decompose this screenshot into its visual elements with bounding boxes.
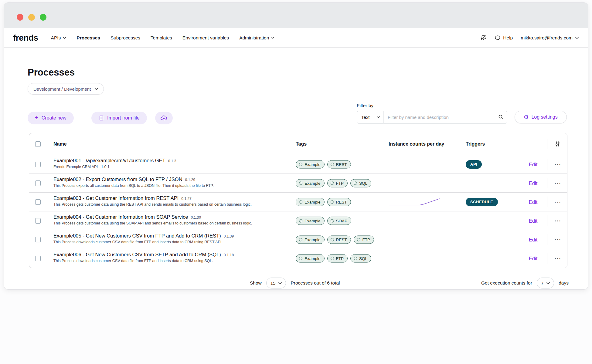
minimize-window-button[interactable] bbox=[28, 14, 35, 21]
row-checkbox[interactable] bbox=[35, 162, 41, 167]
tag-circle-icon bbox=[331, 163, 334, 166]
tags-cell: Example REST bbox=[296, 198, 351, 206]
create-new-label: Create new bbox=[42, 115, 66, 121]
page-size-select[interactable]: 15 bbox=[266, 278, 286, 288]
processes-table: Name Tags Instance counts per day Trigge… bbox=[29, 133, 567, 268]
tag-label: Example bbox=[305, 181, 321, 185]
header-tags: Tags bbox=[296, 141, 307, 147]
process-name[interactable]: Example001 - /api/examplecrm/v1/customer… bbox=[53, 158, 165, 163]
table-row: Example003 - Get Customer Information fr… bbox=[29, 193, 567, 211]
nav-item-subprocesses[interactable]: Subprocesses bbox=[111, 35, 140, 41]
process-name[interactable]: Example002 - Export Customers from SQL t… bbox=[53, 177, 182, 182]
tag-circle-icon bbox=[299, 181, 302, 185]
edit-button[interactable]: Edit bbox=[519, 180, 547, 186]
chevron-down-icon bbox=[63, 37, 66, 39]
row-checkbox[interactable] bbox=[35, 180, 41, 186]
trigger-pill[interactable]: API bbox=[466, 160, 482, 169]
edit-button[interactable]: Edit bbox=[519, 237, 547, 242]
select-all-checkbox[interactable] bbox=[35, 141, 41, 147]
filter-type-select[interactable]: Text bbox=[357, 111, 383, 123]
tag-pill: REST bbox=[327, 160, 351, 168]
log-settings-label: Log settings bbox=[531, 114, 557, 120]
execution-counts-label: Get execution counts for bbox=[481, 280, 532, 286]
frends-logo[interactable]: frends bbox=[13, 33, 38, 43]
more-actions-button[interactable]: ⋯ bbox=[547, 236, 567, 243]
row-checkbox[interactable] bbox=[35, 237, 41, 242]
chevron-down-icon bbox=[546, 282, 550, 284]
row-checkbox[interactable] bbox=[35, 256, 41, 261]
row-checkbox[interactable] bbox=[35, 199, 41, 205]
process-version: 0.1.30 bbox=[191, 215, 201, 220]
process-name-cell: Example004 - Get Customer Information fr… bbox=[53, 214, 290, 225]
table-row: Example002 - Export Customers from SQL t… bbox=[29, 174, 567, 193]
window-titlebar bbox=[4, 3, 588, 28]
more-actions-button[interactable]: ⋯ bbox=[547, 255, 567, 262]
table-row: Example006 - Get New Customers CSV from … bbox=[29, 249, 567, 268]
nav-item-apis[interactable]: APIs bbox=[51, 35, 66, 41]
filter-search-input[interactable] bbox=[383, 111, 507, 123]
process-description: This Process gets customer data using th… bbox=[53, 221, 290, 225]
nav-item-administration[interactable]: Administration bbox=[239, 35, 274, 41]
triggers-cell: SCHEDULE bbox=[466, 198, 498, 206]
total-count-label: Processes out of 6 total bbox=[291, 280, 340, 286]
execution-counts-controls: Get execution counts for 7 days bbox=[481, 277, 569, 289]
process-name[interactable]: Example005 - Get New Customers CSV from … bbox=[53, 233, 221, 239]
process-name[interactable]: Example004 - Get Customer Information fr… bbox=[53, 214, 188, 220]
filter-input-wrap bbox=[383, 111, 507, 123]
create-new-button[interactable]: + Create new bbox=[28, 112, 74, 124]
process-name[interactable]: Example003 - Get Customer Information fr… bbox=[53, 195, 179, 201]
tag-circle-icon bbox=[331, 238, 334, 241]
user-menu[interactable]: mikko.sairo@frends.com bbox=[521, 35, 579, 41]
edit-button[interactable]: Edit bbox=[519, 256, 547, 261]
execution-days-select[interactable]: 7 bbox=[537, 278, 554, 288]
edit-button[interactable]: Edit bbox=[519, 199, 547, 205]
tags-cell: Example FTP SQL bbox=[296, 179, 371, 187]
process-name-cell: Example001 - /api/examplecrm/v1/customer… bbox=[53, 158, 290, 169]
column-settings-icon[interactable] bbox=[547, 133, 567, 155]
search-icon[interactable] bbox=[498, 114, 504, 120]
nav-item-processes[interactable]: Processes bbox=[77, 35, 100, 41]
nav-item-environment-variables[interactable]: Environment variables bbox=[182, 35, 229, 41]
edit-button[interactable]: Edit bbox=[519, 218, 547, 224]
nav-item-templates[interactable]: Templates bbox=[151, 35, 172, 41]
process-version: 0.1.29 bbox=[185, 178, 195, 182]
more-actions-button[interactable]: ⋯ bbox=[547, 217, 567, 224]
edit-button[interactable]: Edit bbox=[519, 161, 547, 167]
close-window-button[interactable] bbox=[17, 14, 23, 21]
tag-label: REST bbox=[336, 162, 347, 167]
gear-icon: ⚙ bbox=[524, 114, 529, 120]
process-name-cell: Example003 - Get Customer Information fr… bbox=[53, 195, 290, 207]
trigger-pill[interactable]: SCHEDULE bbox=[466, 198, 498, 206]
tag-circle-icon bbox=[299, 200, 302, 204]
cloud-import-button[interactable] bbox=[155, 112, 173, 124]
tags-cell: Example SOAP bbox=[296, 217, 351, 225]
process-description: This Process downloads customer CSV data… bbox=[53, 240, 290, 244]
process-name-cell: Example005 - Get New Customers CSV from … bbox=[53, 233, 290, 244]
process-description: This Process exports all customer data f… bbox=[53, 184, 290, 188]
tag-label: SQL bbox=[359, 256, 367, 261]
tag-circle-icon bbox=[331, 257, 334, 260]
page-size-value: 15 bbox=[270, 281, 276, 286]
nav-items: APIs Processes Subprocesses Templates En… bbox=[51, 35, 275, 41]
chevron-down-icon bbox=[377, 116, 380, 118]
help-button[interactable]: Help bbox=[495, 35, 513, 41]
more-actions-button[interactable]: ⋯ bbox=[547, 180, 567, 187]
app-window: frends APIs Processes Subprocesses Templ… bbox=[4, 2, 588, 290]
triggers-cell: API bbox=[466, 160, 482, 169]
help-label: Help bbox=[503, 35, 513, 41]
row-checkbox[interactable] bbox=[35, 218, 41, 224]
table-row: Example005 - Get New Customers CSV from … bbox=[29, 230, 567, 249]
notification-bell-icon[interactable] bbox=[480, 35, 487, 41]
chevron-down-icon bbox=[94, 88, 98, 90]
log-settings-button[interactable]: ⚙ Log settings bbox=[515, 111, 567, 123]
zoom-window-button[interactable] bbox=[40, 14, 46, 21]
header-name: Name bbox=[53, 141, 67, 147]
tag-label: Example bbox=[305, 200, 321, 204]
tag-circle-icon bbox=[331, 200, 334, 204]
more-actions-button[interactable]: ⋯ bbox=[547, 161, 567, 168]
process-name[interactable]: Example006 - Get New Customers CSV from … bbox=[53, 252, 221, 258]
environment-selector[interactable]: Development / Development bbox=[28, 83, 104, 95]
top-navbar: frends APIs Processes Subprocesses Templ… bbox=[4, 28, 588, 48]
more-actions-button[interactable]: ⋯ bbox=[547, 199, 567, 205]
import-from-file-button[interactable]: Import from file bbox=[91, 112, 147, 124]
